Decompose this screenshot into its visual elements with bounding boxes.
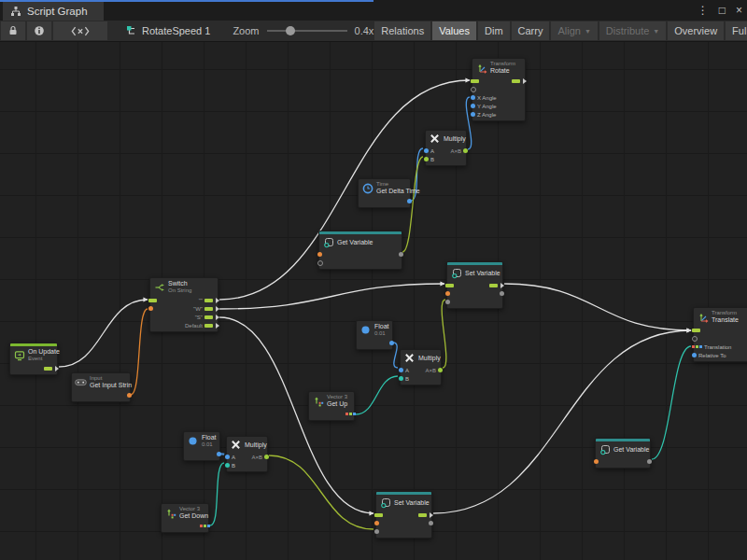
- script-graph-icon: [9, 6, 21, 18]
- port-row: [596, 457, 650, 466]
- flow-port[interactable]: [692, 329, 700, 332]
- flow-port[interactable]: [44, 367, 52, 371]
- value-port-blue[interactable]: [692, 353, 697, 357]
- graph-canvas[interactable]: On UpdateEventInputGet Input StrinSwitch…: [0, 42, 747, 560]
- node-header: Multiply: [401, 350, 441, 366]
- wire-white[interactable]: [504, 284, 691, 330]
- node-multiply-1[interactable]: MultiplyAA×BB: [425, 130, 467, 166]
- flow-port[interactable]: [148, 299, 157, 302]
- value-port-orange[interactable]: [317, 252, 322, 257]
- toggle-values[interactable]: Values: [432, 21, 476, 40]
- wire-white[interactable]: [219, 284, 444, 309]
- toggle-relations[interactable]: Relations: [374, 21, 430, 40]
- toggle-full-screen[interactable]: Full Screen: [726, 21, 747, 40]
- value-port-blue[interactable]: [225, 455, 230, 459]
- flow-port[interactable]: [512, 79, 520, 83]
- port-label: A×B: [425, 368, 436, 373]
- self-port[interactable]: [692, 336, 698, 342]
- more-window-button[interactable]: ⋮: [698, 0, 709, 21]
- wire-green[interactable]: [442, 300, 446, 368]
- node-vector3-get-down[interactable]: Vector 3Get Down: [161, 503, 209, 533]
- close-window-button[interactable]: ×: [736, 0, 742, 21]
- flow-port[interactable]: [489, 284, 498, 287]
- node-float-mid[interactable]: Float0.01: [356, 320, 393, 350]
- zoom-slider[interactable]: [267, 30, 347, 32]
- node-get-variable-bottom-right[interactable]: Get Variable: [595, 438, 651, 469]
- self-port[interactable]: [317, 260, 323, 266]
- value-port-gray[interactable]: [647, 459, 652, 464]
- wire-teal[interactable]: [210, 463, 224, 525]
- value-port-orange[interactable]: [594, 459, 599, 464]
- flow-port[interactable]: [204, 299, 213, 302]
- flow-port[interactable]: [204, 307, 213, 311]
- node-switch-on-string[interactable]: SwitchOn String"""W""S"Default: [149, 277, 218, 332]
- vector3-port[interactable]: [345, 413, 356, 415]
- value-port-green[interactable]: [424, 157, 429, 161]
- toggle-dim[interactable]: Dim: [478, 21, 510, 40]
- value-port-blue[interactable]: [471, 112, 475, 117]
- graph-breadcrumb[interactable]: RotateSpeed 1: [125, 21, 210, 41]
- wire-orange[interactable]: [131, 309, 148, 395]
- node-get-input-string[interactable]: InputGet Input Strin: [71, 372, 131, 402]
- wire-green[interactable]: [269, 455, 374, 529]
- node-get-delta-time[interactable]: TimeGet Delta Time: [358, 178, 411, 208]
- zoom-slider-handle[interactable]: [286, 26, 295, 35]
- self-port[interactable]: [471, 87, 476, 92]
- toggle-align[interactable]: Align▼: [551, 21, 597, 40]
- wire-blue[interactable]: [393, 343, 398, 368]
- node-get-variable-top[interactable]: Get Variable: [318, 231, 402, 270]
- node-translate[interactable]: TransformTranslateTranslationRelative To: [693, 307, 747, 362]
- port-row: AA×B: [401, 366, 441, 374]
- value-port-blue[interactable]: [424, 148, 429, 153]
- value-port-green[interactable]: [264, 455, 269, 459]
- value-port-blue[interactable]: [399, 368, 403, 372]
- value-port-gray[interactable]: [500, 291, 504, 296]
- value-port-teal[interactable]: [399, 376, 403, 381]
- vector3-port[interactable]: [200, 525, 210, 527]
- value-port-gray[interactable]: [429, 521, 433, 525]
- value-port-gray[interactable]: [445, 300, 450, 304]
- value-port-gray[interactable]: [374, 529, 379, 534]
- value-port-orange[interactable]: [445, 291, 450, 296]
- value-port-green[interactable]: [438, 368, 443, 372]
- value-port-gray[interactable]: [399, 252, 403, 257]
- toggle-distribute[interactable]: Distribute▼: [599, 21, 666, 40]
- vector3-port[interactable]: [692, 345, 702, 348]
- value-port-orange[interactable]: [374, 521, 379, 525]
- flow-port[interactable]: [418, 513, 427, 517]
- value-port-blue[interactable]: [389, 341, 394, 345]
- tab-script-graph[interactable]: Script Graph: [3, 2, 104, 21]
- toggle-carry[interactable]: Carry: [512, 21, 550, 40]
- flow-port[interactable]: [445, 284, 454, 287]
- wire-white[interactable]: [59, 300, 148, 367]
- value-port-green[interactable]: [463, 148, 468, 153]
- wire-teal[interactable]: [356, 376, 398, 414]
- value-port-blue[interactable]: [471, 95, 475, 100]
- lock-button[interactable]: [1, 21, 25, 40]
- value-port-orange[interactable]: [127, 393, 132, 398]
- node-rotate[interactable]: TransformRotateX AngleY AngleZ Angle: [472, 58, 526, 121]
- node-set-variable-mid[interactable]: Set Variable: [446, 261, 503, 309]
- flow-port[interactable]: [471, 79, 479, 83]
- value-port-blue[interactable]: [407, 199, 412, 203]
- flow-port[interactable]: [374, 513, 383, 517]
- node-multiply-3[interactable]: MultiplyAA×BB: [226, 436, 268, 472]
- node-vector3-get-up[interactable]: Vector 3Get Up: [308, 391, 355, 421]
- flow-port[interactable]: [204, 315, 213, 319]
- value-port-orange[interactable]: [148, 306, 153, 311]
- node-float-bottom[interactable]: Float0.01: [183, 431, 220, 461]
- info-button[interactable]: [27, 21, 51, 40]
- flow-port[interactable]: [204, 324, 213, 328]
- node-set-variable-bottom[interactable]: Set Variable: [375, 491, 432, 539]
- value-port-blue[interactable]: [471, 104, 475, 108]
- node-on-update-event[interactable]: On UpdateEvent: [9, 343, 58, 375]
- value-port-blue[interactable]: [217, 452, 221, 456]
- toggle-overview[interactable]: Overview: [668, 21, 724, 40]
- flow-arrow-icon: [523, 78, 527, 84]
- node-multiply-2[interactable]: MultiplyAA×BB: [400, 349, 442, 385]
- maximize-window-button[interactable]: □: [719, 0, 726, 21]
- wire-teal[interactable]: [652, 346, 691, 459]
- empty-selection-button[interactable]: [53, 21, 107, 40]
- wire-white[interactable]: [433, 330, 691, 513]
- value-port-teal[interactable]: [225, 463, 230, 468]
